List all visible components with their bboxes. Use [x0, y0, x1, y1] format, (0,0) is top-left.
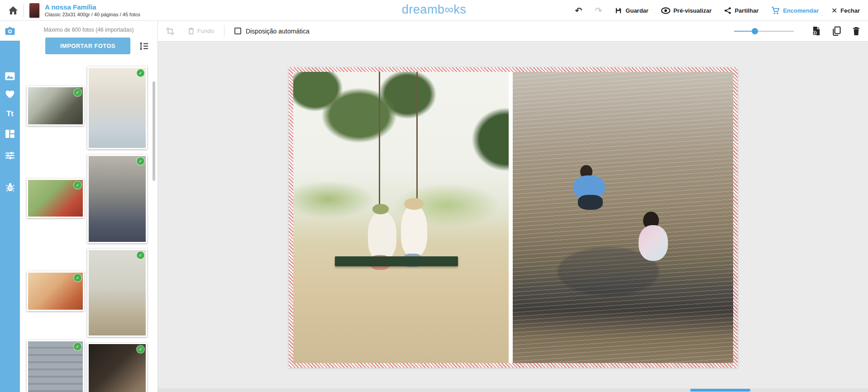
book-subtitle: Classic 23x31 400gr / 40 páginas / 45 fo…	[45, 11, 140, 18]
bug-icon	[6, 183, 14, 192]
save-label: Guardar	[625, 7, 649, 14]
close-button[interactable]: ✕ Fechar	[831, 6, 860, 15]
rail-tab-text[interactable]: Tt	[0, 104, 20, 124]
infinity-logo-icon: ∞	[444, 3, 453, 16]
rail-tab-photos[interactable]	[0, 21, 20, 41]
crop-icon	[165, 26, 175, 36]
photo-thumbnail-person-sitting-beach[interactable]: ✓	[87, 249, 147, 337]
camera-icon	[5, 27, 15, 35]
trash-icon	[853, 27, 860, 36]
rail-tab-bug-report[interactable]	[0, 177, 20, 197]
duplicate-icon	[832, 26, 841, 36]
divider	[224, 25, 224, 37]
auto-layout-checkbox[interactable]	[234, 28, 241, 34]
panel-scrollbar[interactable]	[153, 81, 155, 181]
photo-thumbnail-mother-child-park[interactable]: ✓	[27, 179, 84, 218]
sort-photos-button[interactable]	[138, 40, 150, 52]
selected-check-icon: ✓	[74, 274, 81, 282]
book-cover-thumbnail[interactable]	[29, 3, 39, 18]
share-icon	[724, 7, 731, 14]
import-photos-button[interactable]: IMPORTAR FOTOS	[45, 38, 130, 54]
save-icon	[615, 7, 622, 14]
selected-check-icon: ✓	[137, 157, 144, 165]
auto-layout-label: Disposição automática	[246, 28, 310, 35]
right-page-photo[interactable]	[513, 67, 738, 368]
photo-thumbnail-family-hug-striped[interactable]: ✓	[87, 155, 147, 243]
photo-limit-label: Máximo de 600 fotos (46 importadas)	[20, 27, 157, 33]
trash-outline-icon	[188, 27, 195, 35]
order-button[interactable]: Encomendar	[771, 7, 819, 14]
top-bar: A nossa Família Classic 23x31 400gr / 40…	[0, 0, 868, 21]
rail-tab-layouts[interactable]	[0, 124, 20, 144]
photo-thumbnail-father-child-winter[interactable]: ✓	[27, 86, 84, 126]
selected-check-icon: ✓	[137, 345, 144, 353]
redo-icon: ↷	[595, 5, 602, 16]
divider	[24, 4, 24, 17]
save-button[interactable]: Guardar	[615, 7, 649, 14]
cart-icon	[771, 7, 780, 14]
photo-girls-on-swing	[289, 67, 509, 368]
redo-button[interactable]: ↷	[595, 5, 602, 16]
book-title[interactable]: A nossa Família	[45, 3, 140, 11]
photo-thumbnail-mother-baby-gray-wall[interactable]: ✓	[27, 340, 84, 392]
photo-thumbnail-mother-toddler-beach-kiss[interactable]: ✓	[87, 66, 147, 149]
selected-check-icon: ✓	[137, 251, 144, 259]
crop-button[interactable]	[165, 26, 175, 36]
book-info: A nossa Família Classic 23x31 400gr / 40…	[45, 3, 140, 18]
photo-children-at-shore	[513, 67, 738, 368]
tool-rail: Tt	[0, 21, 20, 392]
rail-tab-favorites[interactable]	[0, 84, 20, 104]
auto-layout-toggle[interactable]: Disposição automática	[234, 28, 310, 35]
undo-button[interactable]: ↶	[575, 5, 582, 16]
photo-thumbnail-couple-winter-hats[interactable]: ✓	[87, 343, 147, 392]
text-icon: Tt	[6, 109, 14, 118]
editor-canvas[interactable]	[158, 42, 868, 392]
zoom-slider[interactable]	[734, 28, 794, 34]
add-page-icon	[812, 26, 820, 36]
layouts-icon	[5, 130, 14, 138]
selected-check-icon: ✓	[74, 181, 81, 189]
selected-check-icon: ✓	[74, 89, 81, 96]
canvas-toolbar: Fundo Disposição automática	[158, 21, 868, 42]
undo-icon: ↶	[575, 5, 582, 16]
preview-button[interactable]: Pré-visualizar	[661, 7, 712, 14]
favorites-heart-icon	[5, 90, 15, 99]
zoom-slider-thumb[interactable]	[752, 28, 758, 34]
add-page-button[interactable]	[812, 26, 820, 36]
close-icon: ✕	[831, 6, 837, 15]
selected-check-icon: ✓	[74, 343, 81, 350]
canvas-scrollbar-thumb[interactable]	[690, 389, 750, 392]
rail-tab-adjustments[interactable]	[0, 146, 20, 165]
selected-check-icon: ✓	[137, 69, 144, 77]
bleed-margin-top	[289, 67, 738, 72]
eye-icon	[661, 7, 670, 14]
background-label: Fundo	[197, 28, 214, 34]
page-spread[interactable]	[289, 67, 738, 368]
duplicate-page-button[interactable]	[832, 26, 841, 36]
canvas-horizontal-scrollbar[interactable]	[158, 388, 868, 392]
bleed-margin-right	[733, 67, 738, 368]
preview-label: Pré-visualizar	[673, 7, 712, 14]
close-label: Fechar	[840, 7, 860, 14]
delete-background-button[interactable]: Fundo	[188, 27, 214, 35]
left-page-photo[interactable]	[289, 67, 509, 368]
order-label: Encomendar	[783, 7, 819, 14]
share-label: Partilhar	[734, 7, 758, 14]
bleed-margin-left	[289, 67, 293, 368]
share-button[interactable]: Partilhar	[724, 7, 758, 14]
home-button[interactable]	[6, 4, 20, 17]
images-icon	[5, 72, 15, 80]
delete-page-button[interactable]	[853, 27, 860, 36]
photos-panel: Máximo de 600 fotos (46 importadas) IMPO…	[20, 21, 158, 392]
photo-thumbnail-birthday-party-hats[interactable]: ✓	[27, 271, 84, 311]
bleed-margin-bottom	[289, 363, 738, 368]
sort-order-icon	[139, 41, 149, 51]
rail-tab-images[interactable]	[0, 66, 20, 86]
home-icon	[8, 5, 19, 16]
adjustments-icon	[5, 151, 14, 160]
